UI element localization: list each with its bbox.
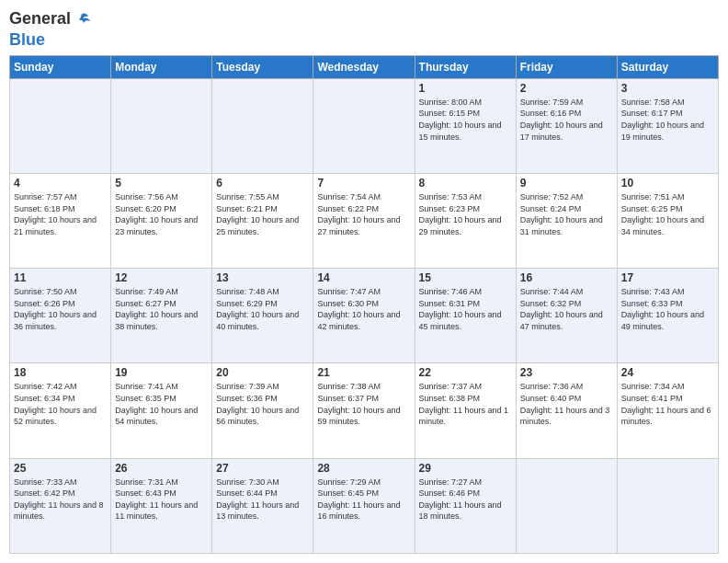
calendar-cell: 12Sunrise: 7:49 AM Sunset: 6:27 PM Dayli… (111, 269, 212, 363)
day-number: 11 (14, 271, 107, 284)
calendar-week-row: 1Sunrise: 8:00 AM Sunset: 6:15 PM Daylig… (10, 78, 719, 173)
calendar-cell: 6Sunrise: 7:55 AM Sunset: 6:21 PM Daylig… (212, 174, 313, 269)
day-info: Sunrise: 7:38 AM Sunset: 6:37 PM Dayligh… (317, 381, 410, 427)
day-number: 17 (621, 271, 714, 284)
day-info: Sunrise: 7:56 AM Sunset: 6:20 PM Dayligh… (115, 191, 208, 237)
logo-blue: Blue (9, 30, 45, 49)
day-number: 21 (317, 366, 410, 379)
day-number: 1 (419, 82, 512, 95)
day-of-week-header: Tuesday (212, 55, 313, 78)
day-info: Sunrise: 7:30 AM Sunset: 6:44 PM Dayligh… (216, 477, 309, 523)
calendar-cell: 19Sunrise: 7:41 AM Sunset: 6:35 PM Dayli… (111, 363, 212, 458)
day-of-week-header: Thursday (415, 55, 516, 78)
day-of-week-header: Monday (111, 55, 212, 78)
calendar-cell (212, 78, 313, 173)
calendar-cell (313, 78, 415, 173)
calendar-week-row: 25Sunrise: 7:33 AM Sunset: 6:42 PM Dayli… (10, 458, 719, 553)
day-info: Sunrise: 7:27 AM Sunset: 6:46 PM Dayligh… (419, 477, 512, 523)
day-info: Sunrise: 7:47 AM Sunset: 6:30 PM Dayligh… (317, 286, 410, 332)
calendar: SundayMondayTuesdayWednesdayThursdayFrid… (9, 55, 719, 554)
day-number: 5 (115, 177, 208, 190)
day-number: 20 (216, 366, 309, 379)
calendar-week-row: 18Sunrise: 7:42 AM Sunset: 6:34 PM Dayli… (10, 363, 719, 458)
day-info: Sunrise: 7:46 AM Sunset: 6:31 PM Dayligh… (419, 286, 512, 332)
day-number: 12 (115, 271, 208, 284)
day-of-week-header: Saturday (617, 55, 718, 78)
day-of-week-header: Friday (516, 55, 617, 78)
day-number: 10 (621, 177, 714, 190)
day-info: Sunrise: 7:34 AM Sunset: 6:41 PM Dayligh… (621, 381, 714, 427)
calendar-cell: 8Sunrise: 7:53 AM Sunset: 6:23 PM Daylig… (415, 174, 516, 269)
day-number: 7 (317, 177, 410, 190)
day-info: Sunrise: 7:33 AM Sunset: 6:42 PM Dayligh… (14, 477, 107, 523)
logo-bird-icon (72, 10, 92, 30)
calendar-cell: 5Sunrise: 7:56 AM Sunset: 6:20 PM Daylig… (111, 174, 212, 269)
calendar-cell: 1Sunrise: 8:00 AM Sunset: 6:15 PM Daylig… (415, 78, 516, 173)
calendar-cell: 10Sunrise: 7:51 AM Sunset: 6:25 PM Dayli… (617, 174, 718, 269)
calendar-cell: 2Sunrise: 7:59 AM Sunset: 6:16 PM Daylig… (516, 78, 617, 173)
day-info: Sunrise: 7:50 AM Sunset: 6:26 PM Dayligh… (14, 286, 107, 332)
calendar-cell: 11Sunrise: 7:50 AM Sunset: 6:26 PM Dayli… (10, 269, 111, 363)
day-info: Sunrise: 8:00 AM Sunset: 6:15 PM Dayligh… (419, 97, 512, 143)
calendar-cell (617, 458, 718, 553)
calendar-cell: 20Sunrise: 7:39 AM Sunset: 6:36 PM Dayli… (212, 363, 313, 458)
day-number: 18 (14, 366, 107, 379)
day-number: 8 (419, 177, 512, 190)
day-number: 26 (115, 462, 208, 475)
day-info: Sunrise: 7:55 AM Sunset: 6:21 PM Dayligh… (216, 191, 309, 237)
day-number: 3 (621, 82, 714, 95)
calendar-cell: 23Sunrise: 7:36 AM Sunset: 6:40 PM Dayli… (516, 363, 617, 458)
calendar-week-row: 4Sunrise: 7:57 AM Sunset: 6:18 PM Daylig… (10, 174, 719, 269)
day-info: Sunrise: 7:52 AM Sunset: 6:24 PM Dayligh… (520, 191, 613, 237)
day-number: 29 (419, 462, 512, 475)
logo: General Blue (9, 9, 93, 50)
day-number: 2 (520, 82, 613, 95)
calendar-cell (516, 458, 617, 553)
day-number: 25 (14, 462, 107, 475)
day-info: Sunrise: 7:37 AM Sunset: 6:38 PM Dayligh… (419, 381, 512, 427)
header: General Blue (9, 9, 719, 50)
calendar-cell: 15Sunrise: 7:46 AM Sunset: 6:31 PM Dayli… (415, 269, 516, 363)
day-number: 13 (216, 271, 309, 284)
calendar-cell: 28Sunrise: 7:29 AM Sunset: 6:45 PM Dayli… (313, 458, 415, 553)
calendar-cell: 16Sunrise: 7:44 AM Sunset: 6:32 PM Dayli… (516, 269, 617, 363)
day-info: Sunrise: 7:51 AM Sunset: 6:25 PM Dayligh… (621, 191, 714, 237)
calendar-cell (111, 78, 212, 173)
calendar-cell: 26Sunrise: 7:31 AM Sunset: 6:43 PM Dayli… (111, 458, 212, 553)
page: General Blue SundayMondayTuesdayWednesda… (0, 0, 728, 563)
day-info: Sunrise: 7:29 AM Sunset: 6:45 PM Dayligh… (317, 477, 410, 523)
day-info: Sunrise: 7:59 AM Sunset: 6:16 PM Dayligh… (520, 97, 613, 143)
day-info: Sunrise: 7:54 AM Sunset: 6:22 PM Dayligh… (317, 191, 410, 237)
calendar-cell: 29Sunrise: 7:27 AM Sunset: 6:46 PM Dayli… (415, 458, 516, 553)
calendar-header-row: SundayMondayTuesdayWednesdayThursdayFrid… (10, 55, 719, 78)
day-number: 15 (419, 271, 512, 284)
day-number: 6 (216, 177, 309, 190)
calendar-cell: 24Sunrise: 7:34 AM Sunset: 6:41 PM Dayli… (617, 363, 718, 458)
calendar-week-row: 11Sunrise: 7:50 AM Sunset: 6:26 PM Dayli… (10, 269, 719, 363)
calendar-cell: 17Sunrise: 7:43 AM Sunset: 6:33 PM Dayli… (617, 269, 718, 363)
day-number: 23 (520, 366, 613, 379)
day-of-week-header: Wednesday (313, 55, 415, 78)
day-info: Sunrise: 7:41 AM Sunset: 6:35 PM Dayligh… (115, 381, 208, 427)
calendar-cell: 4Sunrise: 7:57 AM Sunset: 6:18 PM Daylig… (10, 174, 111, 269)
calendar-cell: 21Sunrise: 7:38 AM Sunset: 6:37 PM Dayli… (313, 363, 415, 458)
logo-text: General Blue (9, 9, 93, 50)
day-number: 4 (14, 177, 107, 190)
calendar-cell: 3Sunrise: 7:58 AM Sunset: 6:17 PM Daylig… (617, 78, 718, 173)
calendar-cell: 14Sunrise: 7:47 AM Sunset: 6:30 PM Dayli… (313, 269, 415, 363)
calendar-cell: 13Sunrise: 7:48 AM Sunset: 6:29 PM Dayli… (212, 269, 313, 363)
day-number: 16 (520, 271, 613, 284)
calendar-cell: 18Sunrise: 7:42 AM Sunset: 6:34 PM Dayli… (10, 363, 111, 458)
day-number: 14 (317, 271, 410, 284)
day-number: 27 (216, 462, 309, 475)
day-info: Sunrise: 7:36 AM Sunset: 6:40 PM Dayligh… (520, 381, 613, 427)
day-info: Sunrise: 7:43 AM Sunset: 6:33 PM Dayligh… (621, 286, 714, 332)
day-info: Sunrise: 7:42 AM Sunset: 6:34 PM Dayligh… (14, 381, 107, 427)
calendar-cell: 22Sunrise: 7:37 AM Sunset: 6:38 PM Dayli… (415, 363, 516, 458)
calendar-cell: 27Sunrise: 7:30 AM Sunset: 6:44 PM Dayli… (212, 458, 313, 553)
day-number: 19 (115, 366, 208, 379)
calendar-cell: 25Sunrise: 7:33 AM Sunset: 6:42 PM Dayli… (10, 458, 111, 553)
day-number: 28 (317, 462, 410, 475)
day-info: Sunrise: 7:57 AM Sunset: 6:18 PM Dayligh… (14, 191, 107, 237)
day-of-week-header: Sunday (10, 55, 111, 78)
